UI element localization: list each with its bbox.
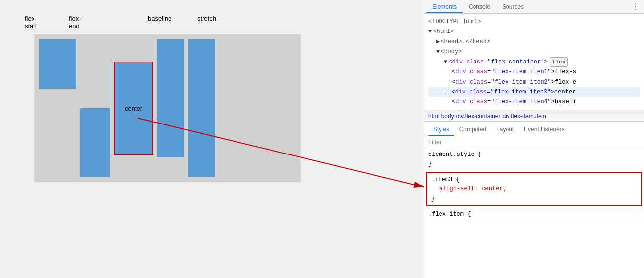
tree-body: ▼ <body> [428, 47, 640, 57]
css-rule-item3: .item3 { align-self: center; } [426, 172, 642, 206]
subtab-layout[interactable]: Layout [491, 124, 519, 136]
breadcrumb-body[interactable]: body [441, 113, 454, 120]
devtools-panel: Elements Console Sources ⋮ <!DOCTYPE htm… [424, 0, 644, 278]
subtab-event-listeners[interactable]: Event Listeners [519, 124, 570, 136]
css-rule-element-style: element.style { } [424, 148, 644, 170]
label-baseline: baseline [148, 15, 171, 22]
flex-item-4 [157, 39, 184, 157]
subtab-styles[interactable]: Styles [428, 124, 454, 136]
tab-sources[interactable]: Sources [496, 1, 530, 13]
breadcrumb-html[interactable]: html [428, 113, 440, 120]
subtab-computed[interactable]: Computed [454, 124, 491, 136]
flex-item-2 [80, 108, 110, 177]
tab-elements[interactable]: Elements [426, 1, 463, 13]
sub-tabs: Styles Computed Layout Event Listeners [424, 122, 644, 136]
tree-item3[interactable]: … <div class="flex-item item3">center [428, 87, 640, 97]
flex-item-3: center [114, 62, 153, 155]
html-tree: <!DOCTYPE html> ▼ <html> ▶ <head>…</head… [424, 14, 644, 111]
tree-doctype: <!DOCTYPE html> [428, 17, 640, 27]
breadcrumb-bar: html body div.flex-container div.flex-it… [424, 111, 644, 122]
label-flex-end: flex-end [69, 15, 81, 30]
tree-item1[interactable]: <div class="flex-item item1">flex-s [428, 67, 640, 77]
tree-flex-container[interactable]: ▼ <div class="flex-container"> flex [428, 57, 640, 67]
flex-demo-container: center [34, 34, 301, 182]
left-panel: flex-start flex-end baseline stretch cen… [0, 0, 424, 278]
flex-item-5 [188, 39, 215, 177]
devtools-top-tabs: Elements Console Sources ⋮ [424, 0, 644, 14]
tree-item4[interactable]: <div class="flex-item item4">baseli [428, 97, 640, 107]
tree-html: ▼ <html> [428, 27, 640, 36]
css-rule-flex-item: .flex-item { [424, 208, 644, 220]
filter-bar [424, 136, 644, 148]
label-stretch: stretch [197, 15, 216, 22]
label-flex-start: flex-start [25, 15, 37, 30]
tree-item2[interactable]: <div class="flex-item item2">flex-e [428, 77, 640, 87]
tab-console[interactable]: Console [463, 1, 496, 13]
devtools-more[interactable]: ⋮ [628, 0, 642, 13]
breadcrumb-flex-item[interactable]: div.flex-item.item [503, 113, 546, 120]
filter-input[interactable] [428, 139, 640, 146]
flex-badge: flex [550, 57, 568, 67]
breadcrumb-flex-container[interactable]: div.flex-container [456, 113, 501, 120]
tree-head: ▶ <head>…</head> [428, 37, 640, 47]
flex-item-1 [39, 39, 76, 89]
styles-panel: element.style { } .item3 { align-self: c… [424, 136, 644, 278]
